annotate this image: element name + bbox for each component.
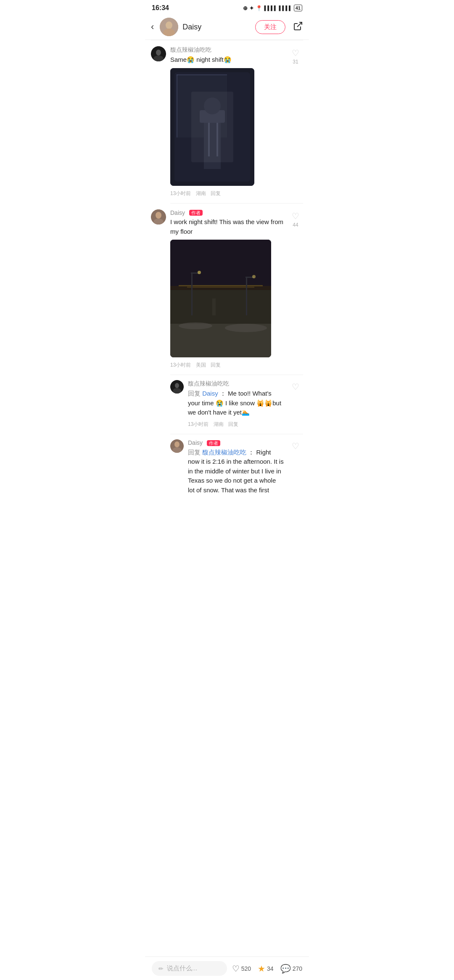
svg-rect-29	[212, 298, 216, 315]
svg-rect-33	[246, 277, 247, 315]
comment-text: I work night shift! This was the view fr…	[170, 217, 284, 236]
avatar-image	[160, 18, 178, 36]
comments-section: 馥点辣椒油吃吃 Same😭 night shift😭	[145, 40, 309, 498]
status-bar: 16:34 ⊕ ✦ 📍 ▌▌▌▌ ▌▌▌▌ 41	[145, 0, 309, 14]
comment-location: 湖南	[214, 421, 224, 427]
reply-button[interactable]: 回复	[211, 362, 221, 368]
comment-reply-item: 馥点辣椒油吃吃 回复 Daisy ： Me too!! What's your …	[145, 375, 309, 434]
signal-icon-1: ▌▌▌▌	[264, 5, 277, 11]
follow-button[interactable]: 关注	[255, 20, 285, 34]
reply-prefix: 回复	[188, 449, 202, 456]
svg-rect-10	[204, 119, 221, 169]
profile-header: ‹ Daisy 关注	[145, 14, 309, 40]
profile-avatar[interactable]	[160, 18, 178, 36]
svg-rect-11	[200, 110, 225, 123]
svg-rect-15	[177, 74, 227, 75]
comment-meta: 13小时前 湖南 回复	[170, 190, 284, 197]
svg-rect-22	[170, 286, 271, 290]
reply-button[interactable]: 回复	[228, 421, 238, 427]
signal-icon-2: ▌▌▌▌	[279, 5, 292, 11]
svg-point-35	[252, 275, 256, 278]
nfc-icon: ⊕	[243, 5, 248, 11]
comment-username[interactable]: Daisy 作者	[170, 209, 284, 217]
comment-time: 13小时前	[170, 190, 191, 196]
author-badge: 作者	[189, 210, 203, 216]
comment-like[interactable]: ♡ 31	[288, 46, 303, 203]
comment-body: 馥点辣椒油吃吃 Same😭 night shift😭	[170, 46, 284, 203]
comment-body: Daisy 作者 I work night shift! This was th…	[170, 209, 284, 375]
snow-image	[170, 240, 271, 357]
svg-point-12	[204, 98, 221, 114]
comment-text: 回复 馥点辣椒油吃吃 ： Right now it is 2:16 in the…	[188, 448, 284, 495]
commenter-avatar[interactable]	[170, 380, 184, 394]
avatar-image	[151, 209, 166, 225]
comment-reply-item: Daisy 作者 回复 馥点辣椒油吃吃 ： Right now it is 2:…	[145, 434, 309, 498]
heart-icon: ♡	[292, 48, 299, 58]
comment-username[interactable]: Daisy 作者	[188, 439, 284, 446]
comment-meta: 13小时前 美国 回复	[170, 362, 284, 369]
svg-rect-14	[216, 123, 218, 156]
like-count: 44	[293, 222, 298, 228]
comment-location: 美国	[196, 362, 206, 368]
reply-button[interactable]: 回复	[211, 190, 221, 196]
comment-text: 回复 Daisy ： Me too!! What's your time 😭 I…	[188, 389, 284, 417]
svg-point-5	[156, 50, 161, 55]
svg-point-40	[174, 441, 179, 447]
reply-target: 馥点辣椒油吃吃	[202, 449, 246, 456]
comment-like[interactable]: ♡	[288, 380, 303, 434]
status-time: 16:34	[152, 4, 169, 12]
status-icons: ⊕ ✦ 📍 ▌▌▌▌ ▌▌▌▌ 41	[243, 5, 302, 11]
comment-username[interactable]: 馥点辣椒油吃吃	[170, 46, 284, 54]
svg-point-27	[179, 322, 212, 329]
commenter-avatar[interactable]	[170, 439, 184, 453]
comment-body: Daisy 作者 回复 馥点辣椒油吃吃 ： Right now it is 2:…	[188, 439, 284, 498]
bluetooth-icon: ✦	[249, 5, 254, 11]
svg-rect-9	[177, 74, 227, 137]
comment-body: 馥点辣椒油吃吃 回复 Daisy ： Me too!! What's your …	[188, 380, 284, 434]
comment-text: Same😭 night shift😭	[170, 55, 284, 65]
avatar-image	[151, 46, 166, 61]
like-count: 31	[293, 59, 298, 65]
reply-separator: ：	[248, 449, 254, 456]
comment-item: 馥点辣椒油吃吃 Same😭 night shift😭	[145, 40, 309, 203]
comment-meta: 13小时前 湖南 回复	[188, 421, 284, 428]
hospital-image	[170, 68, 254, 186]
avatar-image	[170, 380, 184, 394]
comment-time: 13小时前	[170, 362, 191, 368]
reply-prefix: 回复	[188, 390, 202, 397]
svg-rect-21	[170, 240, 271, 290]
avatar-image	[170, 439, 184, 453]
reply-separator: ：	[220, 390, 226, 397]
svg-line-3	[297, 22, 302, 27]
location-icon: 📍	[256, 5, 262, 11]
svg-point-32	[198, 271, 201, 274]
heart-icon: ♡	[292, 441, 299, 451]
reply-target: Daisy	[202, 390, 218, 397]
commenter-avatar[interactable]	[151, 209, 166, 225]
comment-username[interactable]: 馥点辣椒油吃吃	[188, 380, 284, 388]
svg-point-1	[166, 21, 172, 29]
comment-image[interactable]	[170, 240, 271, 357]
comment-location: 湖南	[196, 190, 206, 196]
svg-point-37	[175, 383, 179, 388]
author-badge: 作者	[207, 440, 220, 446]
comment-time: 13小时前	[188, 421, 209, 427]
bottom-spacer	[145, 498, 309, 528]
svg-rect-24	[187, 287, 254, 288]
comment-image[interactable]	[170, 68, 254, 186]
svg-point-28	[225, 324, 267, 332]
comment-like[interactable]: ♡	[288, 439, 303, 498]
battery-indicator: 41	[294, 5, 302, 11]
heart-icon: ♡	[292, 211, 299, 221]
comment-item: Daisy 作者 I work night shift! This was th…	[145, 203, 309, 375]
comment-like[interactable]: ♡ 44	[288, 209, 303, 375]
profile-name: Daisy	[182, 23, 251, 32]
svg-rect-13	[208, 123, 210, 156]
heart-icon: ♡	[292, 382, 299, 392]
svg-point-18	[156, 212, 161, 219]
commenter-avatar[interactable]	[151, 46, 166, 61]
share-button[interactable]	[293, 21, 303, 33]
svg-rect-16	[177, 74, 177, 137]
back-button[interactable]: ‹	[151, 21, 154, 32]
svg-rect-30	[191, 273, 193, 315]
